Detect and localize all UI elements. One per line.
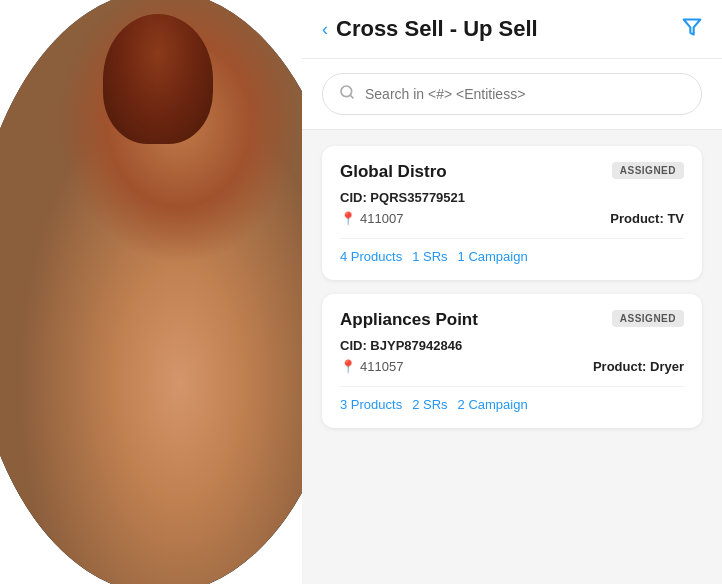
page-title: Cross Sell - Up Sell: [336, 16, 538, 42]
svg-marker-0: [684, 19, 701, 34]
filter-icon[interactable]: [682, 17, 702, 42]
card-name-1: Global Distro: [340, 162, 447, 182]
tag-products-1[interactable]: 4 Products: [340, 249, 402, 264]
card-location-1: 📍 411007: [340, 211, 403, 226]
back-button[interactable]: ‹: [322, 19, 328, 40]
search-input[interactable]: [365, 86, 685, 102]
svg-line-2: [350, 95, 353, 98]
cards-area: Global Distro ASSIGNED CID: PQRS35779521…: [302, 130, 722, 584]
tag-srs-1[interactable]: 1 SRs: [412, 249, 447, 264]
card-appliances-point: Appliances Point ASSIGNED CID: BJYP87942…: [322, 294, 702, 428]
card-product-1: Product: TV: [610, 211, 684, 226]
right-panel: ‹ Cross Sell - Up Sell Global Distro: [302, 0, 722, 584]
card-cid-2: CID: BJYP87942846: [340, 338, 684, 353]
assigned-badge-1: ASSIGNED: [612, 162, 684, 179]
card-tags-2: 3 Products 2 SRs 2 Campaign: [340, 397, 684, 412]
card-location-row-2: 📍 411057 Product: Dryer: [340, 359, 684, 374]
search-container: [302, 59, 722, 130]
person-image: [0, 0, 310, 584]
card-product-2: Product: Dryer: [593, 359, 684, 374]
header: ‹ Cross Sell - Up Sell: [302, 0, 722, 59]
assigned-badge-2: ASSIGNED: [612, 310, 684, 327]
photo-area: [0, 0, 310, 584]
header-left: ‹ Cross Sell - Up Sell: [322, 16, 538, 42]
pin-icon-1: 📍: [340, 211, 356, 226]
tag-campaign-2[interactable]: 2 Campaign: [458, 397, 528, 412]
pin-icon-2: 📍: [340, 359, 356, 374]
tag-srs-2[interactable]: 2 SRs: [412, 397, 447, 412]
tag-products-2[interactable]: 3 Products: [340, 397, 402, 412]
card-divider-2: [340, 386, 684, 387]
card-divider-1: [340, 238, 684, 239]
card-header-2: Appliances Point ASSIGNED: [340, 310, 684, 330]
card-cid-1: CID: PQRS35779521: [340, 190, 684, 205]
card-location-2: 📍 411057: [340, 359, 403, 374]
location-value-2: 411057: [360, 359, 403, 374]
photo-circle: [0, 0, 310, 584]
search-box: [322, 73, 702, 115]
card-tags-1: 4 Products 1 SRs 1 Campaign: [340, 249, 684, 264]
card-global-distro: Global Distro ASSIGNED CID: PQRS35779521…: [322, 146, 702, 280]
card-header-1: Global Distro ASSIGNED: [340, 162, 684, 182]
tag-campaign-1[interactable]: 1 Campaign: [458, 249, 528, 264]
location-value-1: 411007: [360, 211, 403, 226]
card-location-row-1: 📍 411007 Product: TV: [340, 211, 684, 226]
search-icon: [339, 84, 355, 104]
card-name-2: Appliances Point: [340, 310, 478, 330]
